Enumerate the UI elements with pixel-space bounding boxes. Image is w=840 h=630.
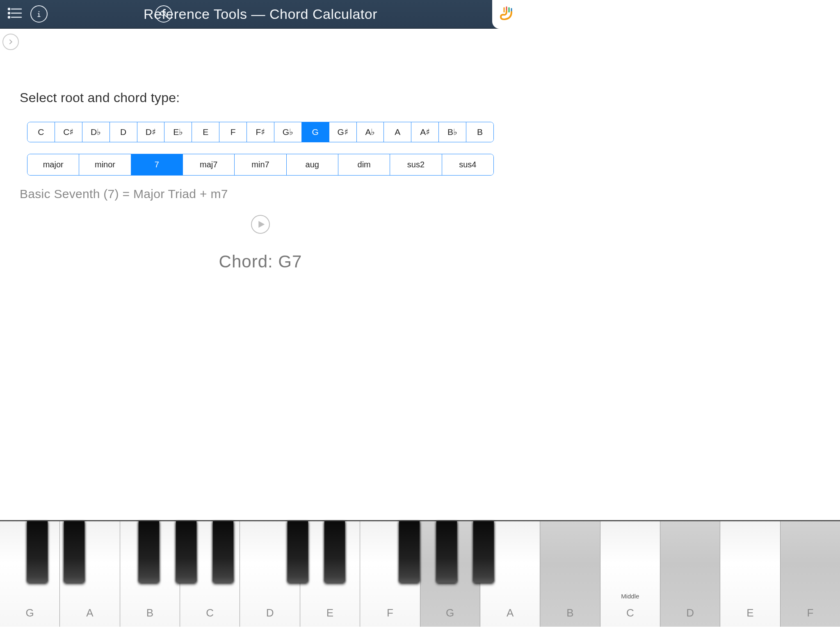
chord-type-option[interactable]: major [27, 154, 79, 175]
root-option[interactable]: D [110, 122, 137, 142]
svg-point-4 [8, 16, 10, 18]
root-option[interactable]: F♯ [247, 122, 274, 142]
root-option[interactable]: A♯ [411, 122, 439, 142]
expand-button[interactable] [2, 34, 19, 50]
chord-type-selector: majorminor7maj7min7augdimsus2sus4 [27, 154, 494, 176]
page-title: Reference Tools — Chord Calculator [144, 6, 377, 22]
main-content: Select root and chord type: CC♯D♭DD♯E♭EF… [0, 29, 521, 272]
root-option[interactable]: G♭ [274, 122, 302, 142]
root-option[interactable]: D♭ [82, 122, 110, 142]
root-option[interactable]: C♯ [55, 122, 82, 142]
chord-type-option[interactable]: sus2 [390, 154, 442, 175]
chord-name: G7 [278, 252, 302, 271]
root-option[interactable]: A♭ [357, 122, 384, 142]
svg-point-2 [8, 12, 10, 14]
root-selector: CC♯D♭DD♯E♭EFF♯G♭GG♯A♭AA♯B♭B [27, 122, 494, 142]
app-header: Reference Tools — Chord Calculator [0, 0, 521, 29]
app-logo [492, 0, 521, 29]
root-option[interactable]: E♭ [164, 122, 192, 142]
root-option[interactable]: G♯ [329, 122, 357, 142]
info-icon[interactable] [30, 5, 48, 23]
chord-prefix: Chord: [219, 252, 278, 271]
chord-type-option[interactable]: dim [338, 154, 390, 175]
chord-type-option[interactable]: 7 [131, 154, 183, 175]
play-button[interactable] [251, 215, 270, 234]
root-option[interactable]: A [384, 122, 411, 142]
root-option[interactable]: G [302, 122, 329, 142]
root-option[interactable]: B♭ [439, 122, 466, 142]
svg-point-6 [39, 11, 40, 12]
root-option[interactable]: C [27, 122, 55, 142]
chord-type-option[interactable]: maj7 [183, 154, 235, 175]
menu-icon[interactable] [7, 7, 22, 21]
chord-type-option[interactable]: minor [79, 154, 131, 175]
root-option[interactable]: E [192, 122, 219, 142]
chord-type-option[interactable]: min7 [235, 154, 286, 175]
chord-name-label: Chord: G7 [20, 252, 501, 272]
root-option[interactable]: B [466, 122, 493, 142]
root-option[interactable]: F [219, 122, 247, 142]
root-option[interactable]: D♯ [137, 122, 165, 142]
chord-description: Basic Seventh (7) = Major Triad + m7 [20, 187, 501, 201]
svg-marker-13 [258, 221, 265, 228]
prompt-text: Select root and chord type: [20, 90, 501, 105]
chord-type-option[interactable]: sus4 [442, 154, 493, 175]
svg-point-0 [8, 8, 10, 10]
chord-type-option[interactable]: aug [287, 154, 338, 175]
